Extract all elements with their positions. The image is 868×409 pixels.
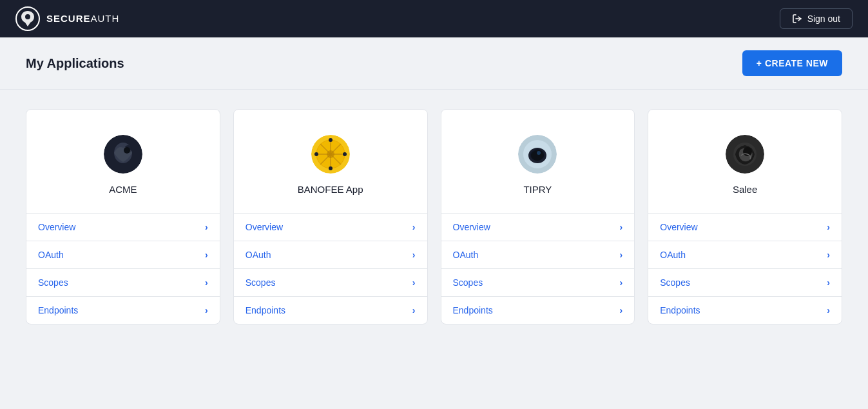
app-link-label: Scopes xyxy=(246,277,276,288)
app-link-label: OAuth xyxy=(246,250,271,260)
app-link-banofee-scopes[interactable]: Scopes› xyxy=(234,269,427,297)
app-card-header-tipry: TIPRY xyxy=(441,110,635,213)
chevron-right-icon: › xyxy=(205,305,208,315)
app-icon-tipry xyxy=(518,135,557,174)
app-name-salee: Salee xyxy=(733,184,757,195)
app-link-salee-overview[interactable]: Overview› xyxy=(648,214,842,241)
app-link-tipry-scopes[interactable]: Scopes› xyxy=(441,269,635,297)
chevron-right-icon: › xyxy=(827,250,830,260)
chevron-right-icon: › xyxy=(827,305,830,315)
svg-point-14 xyxy=(329,166,333,170)
app-card-header-salee: Salee xyxy=(648,110,842,213)
chevron-right-icon: › xyxy=(412,277,416,288)
app-link-salee-endpoints[interactable]: Endpoints› xyxy=(648,297,842,324)
app-name-tipry: TIPRY xyxy=(523,184,552,195)
app-link-tipry-oauth[interactable]: OAuth› xyxy=(441,241,635,269)
svg-point-16 xyxy=(343,152,347,156)
app-link-salee-scopes[interactable]: Scopes› xyxy=(648,269,842,297)
app-name-banofee: BANOFEE App xyxy=(298,184,363,195)
create-new-button[interactable]: + CREATE NEW xyxy=(742,50,842,76)
apps-grid: ACMEOverview›OAuth›Scopes›Endpoints› BAN… xyxy=(26,109,842,324)
logo-text: SECUREAUTH xyxy=(46,13,119,25)
app-card-banofee: BANOFEE AppOverview›OAuth›Scopes›Endpoin… xyxy=(233,109,428,324)
sign-out-icon xyxy=(792,14,802,24)
chevron-right-icon: › xyxy=(620,305,623,315)
svg-point-5 xyxy=(124,147,130,154)
sub-header: My Applications + CREATE NEW xyxy=(0,37,868,90)
app-links-salee: Overview›OAuth›Scopes›Endpoints› xyxy=(648,213,842,324)
app-link-label: Overview xyxy=(660,222,697,232)
chevron-right-icon: › xyxy=(827,277,830,288)
app-links-acme: Overview›OAuth›Scopes›Endpoints› xyxy=(26,213,220,324)
sign-out-button[interactable]: Sign out xyxy=(780,8,853,29)
svg-point-15 xyxy=(314,152,318,156)
app-link-acme-oauth[interactable]: OAuth› xyxy=(26,241,220,269)
chevron-right-icon: › xyxy=(412,250,416,260)
chevron-right-icon: › xyxy=(205,250,208,260)
app-link-label: Overview xyxy=(453,222,490,232)
app-icon-banofee xyxy=(311,135,350,174)
app-link-label: Overview xyxy=(38,222,75,232)
app-link-acme-endpoints[interactable]: Endpoints› xyxy=(26,297,220,324)
secureauth-logo-icon xyxy=(15,6,40,31)
app-link-banofee-oauth[interactable]: OAuth› xyxy=(234,241,427,269)
svg-point-25 xyxy=(743,147,752,156)
app-card-header-acme: ACME xyxy=(26,110,220,213)
svg-point-22 xyxy=(537,151,541,155)
chevron-right-icon: › xyxy=(412,305,416,315)
chevron-right-icon: › xyxy=(205,277,208,288)
app-card-header-banofee: BANOFEE App xyxy=(234,110,427,213)
page-title: My Applications xyxy=(26,56,124,71)
app-link-label: OAuth xyxy=(660,250,686,260)
app-link-label: OAuth xyxy=(453,250,479,260)
svg-point-1 xyxy=(25,14,30,19)
app-card-acme: ACMEOverview›OAuth›Scopes›Endpoints› xyxy=(26,109,220,324)
chevron-right-icon: › xyxy=(620,222,623,232)
app-link-label: OAuth xyxy=(38,250,64,260)
app-link-label: Endpoints xyxy=(38,305,78,315)
svg-point-13 xyxy=(329,138,333,142)
app-links-tipry: Overview›OAuth›Scopes›Endpoints› xyxy=(441,213,635,324)
app-link-tipry-overview[interactable]: Overview› xyxy=(441,214,635,241)
chevron-right-icon: › xyxy=(620,277,623,288)
app-link-salee-oauth[interactable]: OAuth› xyxy=(648,241,842,269)
svg-point-12 xyxy=(327,150,334,158)
header: SECUREAUTH Sign out xyxy=(0,0,868,37)
app-card-tipry: TIPRYOverview›OAuth›Scopes›Endpoints› xyxy=(441,109,635,324)
app-link-label: Endpoints xyxy=(660,305,700,315)
app-link-label: Scopes xyxy=(660,277,690,288)
app-link-label: Endpoints xyxy=(453,305,493,315)
chevron-right-icon: › xyxy=(827,222,830,232)
app-link-label: Scopes xyxy=(38,277,68,288)
app-link-label: Overview xyxy=(246,222,283,232)
app-link-banofee-overview[interactable]: Overview› xyxy=(234,214,427,241)
app-link-tipry-endpoints[interactable]: Endpoints› xyxy=(441,297,635,324)
app-link-banofee-endpoints[interactable]: Endpoints› xyxy=(234,297,427,324)
app-name-acme: ACME xyxy=(109,184,137,195)
main-content: ACMEOverview›OAuth›Scopes›Endpoints› BAN… xyxy=(0,90,868,344)
app-link-acme-overview[interactable]: Overview› xyxy=(26,214,220,241)
app-card-salee: SaleeOverview›OAuth›Scopes›Endpoints› xyxy=(648,109,842,324)
app-link-label: Scopes xyxy=(453,277,483,288)
app-link-label: Endpoints xyxy=(246,305,285,315)
app-icon-acme xyxy=(104,135,142,174)
app-links-banofee: Overview›OAuth›Scopes›Endpoints› xyxy=(234,213,427,324)
app-icon-salee xyxy=(726,135,764,174)
chevron-right-icon: › xyxy=(205,222,208,232)
chevron-right-icon: › xyxy=(412,222,416,232)
chevron-right-icon: › xyxy=(620,250,623,260)
logo-area: SECUREAUTH xyxy=(15,6,119,31)
app-link-acme-scopes[interactable]: Scopes› xyxy=(26,269,220,297)
